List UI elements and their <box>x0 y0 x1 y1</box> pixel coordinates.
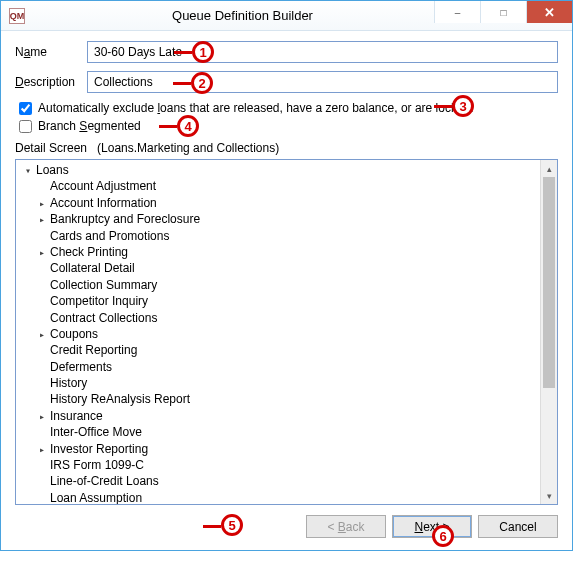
tree-item[interactable]: History ReAnalysis Report <box>22 391 540 407</box>
expander-closed-icon[interactable]: ▸ <box>36 442 48 458</box>
wizard-buttons: < Back Next > Cancel <box>15 515 558 538</box>
tree-item-label[interactable]: History ReAnalysis Report <box>50 392 190 406</box>
window-frame: QM Queue Definition Builder – □ ✕ Name D… <box>0 0 573 551</box>
tree-item[interactable]: Line-of-Credit Loans <box>22 473 540 489</box>
tree-item[interactable]: Inter-Office Move <box>22 424 540 440</box>
tree-item-label[interactable]: Deferments <box>50 360 112 374</box>
tree-item-label[interactable]: Credit Reporting <box>50 343 137 357</box>
tree-item[interactable]: Deferments <box>22 359 540 375</box>
expander-closed-icon[interactable]: ▸ <box>36 409 48 425</box>
branch-segmented-label[interactable]: Branch Segmented <box>38 119 141 133</box>
tree-item[interactable]: Competitor Inquiry <box>22 293 540 309</box>
tree-item[interactable]: IRS Form 1099-C <box>22 457 540 473</box>
titlebar: QM Queue Definition Builder – □ ✕ <box>1 1 572 31</box>
next-button[interactable]: Next > <box>392 515 472 538</box>
tree-item-label[interactable]: Bankruptcy and Foreclosure <box>50 212 200 226</box>
minimize-button[interactable]: – <box>434 1 480 23</box>
scrollbar-vertical[interactable]: ▴ ▾ <box>540 160 557 504</box>
branch-segmented-checkbox[interactable] <box>19 120 32 133</box>
tree-item-label[interactable]: Collateral Detail <box>50 261 135 275</box>
tree-item-label[interactable]: Investor Reporting <box>50 442 148 456</box>
window-controls: – □ ✕ <box>434 1 572 23</box>
tree-item-label[interactable]: Check Printing <box>50 245 128 259</box>
name-input[interactable] <box>87 41 558 63</box>
back-button[interactable]: < Back <box>306 515 386 538</box>
tree-item-label[interactable]: Contract Collections <box>50 311 157 325</box>
scroll-down-icon[interactable]: ▾ <box>541 487 557 504</box>
tree-item-label[interactable]: Inter-Office Move <box>50 425 142 439</box>
tree-item-label[interactable]: Competitor Inquiry <box>50 294 148 308</box>
auto-exclude-checkbox[interactable] <box>19 102 32 115</box>
tree-item[interactable]: ▸Account Information <box>22 195 540 211</box>
cancel-button[interactable]: Cancel <box>478 515 558 538</box>
scroll-thumb[interactable] <box>543 177 555 388</box>
tree-container: ▾LoansAccount Adjustment▸Account Informa… <box>15 159 558 505</box>
tree-item[interactable]: Contract Collections <box>22 310 540 326</box>
description-input[interactable] <box>87 71 558 93</box>
app-icon: QM <box>9 8 25 24</box>
scroll-track[interactable] <box>541 177 557 487</box>
row-branch-segmented: Branch Segmented <box>15 119 558 133</box>
client-area: Name Description Automatically exclude l… <box>1 31 572 550</box>
tree[interactable]: ▾LoansAccount Adjustment▸Account Informa… <box>16 160 540 504</box>
expander-closed-icon[interactable]: ▸ <box>36 212 48 228</box>
tree-item-label[interactable]: Collection Summary <box>50 278 157 292</box>
tree-item-label[interactable]: History <box>50 376 87 390</box>
expander-closed-icon[interactable]: ▸ <box>36 196 48 212</box>
row-name: Name <box>15 41 558 63</box>
tree-item[interactable]: Loan Assumption <box>22 490 540 504</box>
tree-item[interactable]: ▸Investor Reporting <box>22 441 540 457</box>
tree-item[interactable]: Collateral Detail <box>22 260 540 276</box>
tree-item[interactable]: ▾Loans <box>22 162 540 178</box>
tree-item[interactable]: History <box>22 375 540 391</box>
tree-item-label[interactable]: Coupons <box>50 327 98 341</box>
tree-item[interactable]: Collection Summary <box>22 277 540 293</box>
tree-item[interactable]: Account Adjustment <box>22 178 540 194</box>
row-description: Description <box>15 71 558 93</box>
label-name: Name <box>15 45 87 59</box>
auto-exclude-label[interactable]: Automatically exclude loans that are rel… <box>38 101 474 115</box>
tree-item-label[interactable]: Account Adjustment <box>50 179 156 193</box>
tree-item-label[interactable]: Line-of-Credit Loans <box>50 474 159 488</box>
tree-item-label[interactable]: Insurance <box>50 409 103 423</box>
tree-item-label[interactable]: IRS Form 1099-C <box>50 458 144 472</box>
tree-item[interactable]: Cards and Promotions <box>22 228 540 244</box>
expander-closed-icon[interactable]: ▸ <box>36 327 48 343</box>
maximize-button[interactable]: □ <box>480 1 526 23</box>
label-description: Description <box>15 75 87 89</box>
tree-item[interactable]: ▸Insurance <box>22 408 540 424</box>
tree-item-label[interactable]: Loans <box>36 163 69 177</box>
expander-open-icon[interactable]: ▾ <box>22 163 34 179</box>
tree-item-label[interactable]: Loan Assumption <box>50 491 142 504</box>
scroll-up-icon[interactable]: ▴ <box>541 160 557 177</box>
tree-item-label[interactable]: Account Information <box>50 196 157 210</box>
expander-closed-icon[interactable]: ▸ <box>36 245 48 261</box>
tree-item[interactable]: Credit Reporting <box>22 342 540 358</box>
close-button[interactable]: ✕ <box>526 1 572 23</box>
window-title: Queue Definition Builder <box>33 8 452 23</box>
tree-item[interactable]: ▸Check Printing <box>22 244 540 260</box>
detail-screen-label: Detail Screen (Loans.Marketing and Colle… <box>15 141 558 155</box>
tree-item[interactable]: ▸Coupons <box>22 326 540 342</box>
tree-item[interactable]: ▸Bankruptcy and Foreclosure <box>22 211 540 227</box>
row-auto-exclude: Automatically exclude loans that are rel… <box>15 101 558 115</box>
tree-item-label[interactable]: Cards and Promotions <box>50 229 169 243</box>
